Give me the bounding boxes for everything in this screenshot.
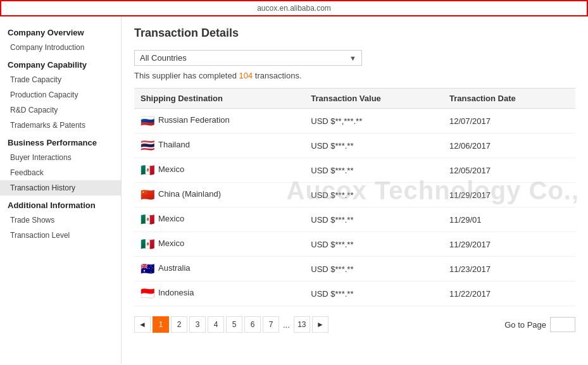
table-cell-value: USD $***.**: [304, 257, 443, 281]
table-row: 🇷🇺Russian FederationUSD $**,***.**12/07/…: [134, 109, 575, 133]
page-button-3[interactable]: 3: [189, 316, 206, 333]
filter-selected-value: All Countries: [140, 53, 187, 63]
table-cell-date: 12/05/2017: [443, 158, 575, 183]
filter-bar: All Countries ▼: [134, 50, 575, 66]
sidebar-item-rd-capacity[interactable]: R&D Capacity: [0, 102, 121, 118]
sidebar-item-trade-capacity[interactable]: Trade Capacity: [0, 72, 121, 87]
sidebar-item-buyer-interactions[interactable]: Buyer Interactions: [0, 150, 121, 165]
main-content: Aucox Technology Co., Ltd Transaction De…: [122, 16, 588, 364]
table-cell-date: 12/06/2017: [443, 133, 575, 158]
table-row: 🇮🇩IndonesiaUSD $***.**11/22/2017: [134, 281, 575, 306]
table-header-transaction-value: Transaction Value: [304, 89, 443, 109]
country-filter[interactable]: All Countries ▼: [134, 50, 362, 66]
sidebar-item-company-introduction[interactable]: Company Introduction: [0, 40, 121, 55]
page-button-7[interactable]: 7: [263, 316, 279, 333]
table-cell-date: 11/22/2017: [443, 281, 575, 306]
next-page-button[interactable]: ►: [312, 316, 328, 333]
table-cell-country: 🇲🇽Mexico: [134, 232, 304, 257]
sidebar-section-business-performance: Business Performance: [0, 133, 121, 150]
sidebar-section-company-overview: Company Overview: [0, 23, 121, 40]
sidebar-item-trade-shows[interactable]: Trade Shows: [0, 213, 121, 228]
table-row: 🇦🇺AustraliaUSD $***.**11/23/2017: [134, 257, 575, 281]
prev-page-button[interactable]: ◄: [134, 316, 151, 333]
table-cell-value: USD $***.**: [304, 183, 443, 207]
table-row: 🇲🇽MexicoUSD $***.**11/29/2017: [134, 232, 575, 257]
sidebar-item-trademarks-patents[interactable]: Trademarks & Patents: [0, 118, 121, 133]
goto-page-group: Go to Page: [504, 317, 575, 332]
table-row: 🇲🇽MexicoUSD $***.**12/05/2017: [134, 158, 575, 183]
count-text-prefix: This supplier has completed: [134, 71, 239, 80]
sidebar-item-production-capacity[interactable]: Production Capacity: [0, 87, 121, 102]
table-row: 🇹🇭ThailandUSD $***.**12/06/2017: [134, 133, 575, 158]
table-cell-date: 12/07/2017: [443, 109, 575, 133]
table-cell-country: 🇲🇽Mexico: [134, 207, 304, 232]
table-cell-date: 11/29/2017: [443, 232, 575, 257]
table-header-shipping-destination: Shipping Destination: [134, 89, 304, 109]
table-cell-value: USD $***.**: [304, 133, 443, 158]
sidebar-item-feedback[interactable]: Feedback: [0, 165, 121, 180]
sidebar-item-transaction-level[interactable]: Transaction Level: [0, 228, 121, 243]
table-cell-country: 🇹🇭Thailand: [134, 133, 304, 158]
table-cell-date: 11/29/2017: [443, 183, 575, 207]
url-text: aucox.en.alibaba.com: [257, 4, 331, 13]
browser-address-bar: aucox.en.alibaba.com: [0, 0, 588, 16]
dropdown-arrow-icon: ▼: [349, 54, 356, 62]
table-cell-value: USD $***.**: [304, 281, 443, 306]
count-text-suffix: transactions.: [253, 71, 301, 80]
table-cell-value: USD $**,***.**: [304, 109, 443, 133]
sidebar: Company OverviewCompany IntroductionComp…: [0, 16, 122, 364]
table-cell-date: 11/29/01: [443, 207, 575, 232]
table-cell-date: 11/23/2017: [443, 257, 575, 281]
transaction-count: This supplier has completed 104 transact…: [134, 71, 575, 80]
table-cell-value: USD $***.**: [304, 158, 443, 183]
page-button-4[interactable]: 4: [208, 316, 224, 333]
table-cell-country: 🇷🇺Russian Federation: [134, 109, 304, 133]
page-button-5[interactable]: 5: [226, 316, 242, 333]
sidebar-section-additional-information: Additional Information: [0, 195, 121, 213]
table-cell-country: 🇮🇩Indonesia: [134, 281, 304, 306]
sidebar-item-transaction-history[interactable]: Transaction History: [0, 180, 121, 195]
page-button-2[interactable]: 2: [171, 316, 187, 333]
table-header-transaction-date: Transaction Date: [443, 89, 575, 109]
page-button-6[interactable]: 6: [244, 316, 261, 333]
goto-page-label: Go to Page: [504, 320, 546, 330]
transaction-count-link[interactable]: 104: [239, 71, 253, 80]
page-button-last[interactable]: 13: [294, 316, 310, 333]
page-title: Transaction Details: [134, 27, 575, 40]
table-cell-country: 🇨🇳China (Mainland): [134, 183, 304, 207]
transaction-table: Shipping DestinationTransaction ValueTra…: [134, 88, 575, 306]
table-row: 🇨🇳China (Mainland)USD $***.**11/29/2017: [134, 183, 575, 207]
table-header: Shipping DestinationTransaction ValueTra…: [134, 89, 575, 109]
pagination-dots: ...: [281, 320, 292, 330]
goto-page-input[interactable]: [550, 317, 575, 332]
table-body: 🇷🇺Russian FederationUSD $**,***.**12/07/…: [134, 109, 575, 306]
sidebar-section-company-capability: Company Capability: [0, 55, 121, 72]
table-cell-country: 🇦🇺Australia: [134, 257, 304, 281]
table-cell-value: USD $***.**: [304, 207, 443, 232]
page-button-1[interactable]: 1: [153, 316, 169, 333]
pagination: ◄1234567...13► Go to Page: [134, 316, 575, 333]
table-cell-value: USD $***.**: [304, 232, 443, 257]
table-row: 🇲🇽MexicoUSD $***.**11/29/01: [134, 207, 575, 232]
table-cell-country: 🇲🇽Mexico: [134, 158, 304, 183]
